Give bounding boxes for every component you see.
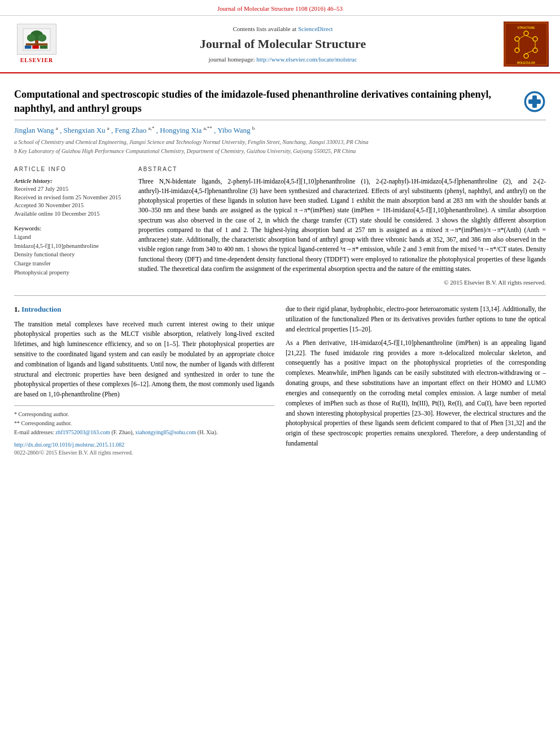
email-zhao-name: (F. Zhao),	[112, 429, 135, 435]
author-separator3: , Hongying Xia	[156, 126, 204, 134]
keyword-3: Density functional theory	[14, 251, 127, 259]
affiliation-b: b Key Laboratory of Guizhou High Perform…	[14, 147, 546, 155]
svg-rect-27	[528, 99, 541, 104]
abstract-header: ABSTRACT	[138, 165, 546, 173]
email-zhao[interactable]: zhf19752003@163.com	[55, 429, 110, 435]
revised-date: Received in revised form 25 November 201…	[14, 194, 127, 202]
crossmark-badge	[523, 90, 546, 113]
abstract-text: Three N,N-bidentate ligands, 2-phenyl-1H…	[138, 177, 546, 274]
journal-homepage-line: journal homepage: http://www.elsevier.co…	[68, 55, 498, 64]
footnote-corresponding1: * Corresponding author.	[14, 410, 274, 418]
author-feng-sup: a,*	[148, 125, 155, 131]
svg-text:MOLECULAR: MOLECULAR	[517, 61, 535, 64]
section-title-text: Introduction	[21, 305, 62, 313]
keyword-4: Charge transfer	[14, 260, 127, 268]
sciencedirect-link[interactable]: ScienceDirect	[298, 25, 333, 32]
intro-paragraph-3: As a Phen derivative, 1H-imidazo[4,5-f][…	[286, 338, 546, 449]
author-separator4: , Yibo Wang	[214, 126, 252, 134]
keyword-5: Photophysical property	[14, 269, 127, 277]
authors-section: Jinglan Wang a , Shengxian Xu a , Feng Z…	[14, 120, 546, 159]
authors-list: Jinglan Wang a , Shengxian Xu a , Feng Z…	[14, 125, 546, 136]
svg-rect-5	[26, 43, 47, 46]
intro-section-title: 1. Introduction	[14, 304, 274, 314]
svg-rect-6	[25, 45, 32, 49]
footnote-corresponding2: ** Corresponding author.	[14, 420, 274, 427]
journal-title: Journal of Molecular Structure	[68, 36, 498, 53]
journal-cover-image: MOLECULAR STRUCTURE	[504, 21, 549, 67]
svg-point-2	[27, 34, 36, 41]
article-title: Computational and spectroscopic studies …	[14, 88, 523, 115]
intro-right-col: due to their rigid planar, hydrophobic, …	[286, 304, 546, 457]
journal-reference-bar: Journal of Molecular Structure 1108 (201…	[0, 0, 560, 16]
author-separator1: , Shengxian Xu	[60, 126, 107, 134]
svg-rect-7	[32, 45, 39, 49]
received-date: Received 27 July 2015	[14, 185, 127, 194]
intro-paragraph-1: The transition metal complexes have rece…	[14, 320, 274, 400]
elsevier-label: ELSEVIER	[20, 56, 54, 64]
author-jinglan-sup: a	[56, 125, 58, 131]
keywords-label: Keywords:	[14, 224, 127, 233]
abstract-column: ABSTRACT Three N,N-bidentate ligands, 2-…	[138, 165, 546, 287]
header-center: Contents lists available at ScienceDirec…	[62, 25, 504, 64]
affiliation-a: a School of Chemistry and Chemical Engin…	[14, 138, 546, 146]
page: Journal of Molecular Structure 1108 (201…	[0, 0, 560, 747]
author-separator2: , Feng Zhao	[111, 126, 148, 134]
issn-block: 0022-2860/© 2015 Elsevier B.V. All right…	[14, 449, 274, 457]
keyword-1: Ligand	[14, 233, 127, 242]
article-info-header: ARTICLE INFO	[14, 165, 127, 173]
sciencedirect-line: Contents lists available at ScienceDirec…	[68, 25, 498, 33]
accepted-date: Accepted 30 November 2015	[14, 202, 127, 210]
svg-rect-8	[40, 45, 47, 49]
author-yibo-sup: b	[252, 125, 255, 131]
history-label: Article history:	[14, 177, 127, 185]
svg-text:STRUCTURE: STRUCTURE	[518, 26, 535, 29]
contents-available-text: Contents lists available at	[233, 25, 296, 32]
copyright-text: © 2015 Elsevier B.V. All rights reserved…	[138, 278, 546, 287]
article-info-block: Article history: Received 27 July 2015 R…	[14, 177, 127, 219]
footnotes-block: * Corresponding author. ** Corresponding…	[14, 405, 274, 436]
email-xia-name: (H. Xia).	[198, 429, 218, 435]
content-area: Computational and spectroscopic studies …	[0, 73, 560, 465]
keyword-2: Imidazo[4,5-f][1,10]phenanthroline	[14, 242, 127, 251]
keywords-block: Keywords: Ligand Imidazo[4,5-f][1,10]phe…	[14, 224, 127, 277]
intro-left-col: 1. Introduction The transition metal com…	[14, 304, 274, 457]
homepage-url[interactable]: http://www.elsevier.com/locate/molstruc	[256, 56, 357, 63]
author-shengxian-sup: a	[107, 125, 110, 131]
author-jinglan: Jinglan Wang	[14, 126, 56, 134]
section-number: 1.	[14, 305, 20, 313]
section-divider	[14, 295, 546, 296]
affiliations-block: a School of Chemistry and Chemical Engin…	[14, 138, 546, 155]
svg-point-3	[38, 34, 46, 41]
footnote-email: E-mail addresses: zhf19752003@163.com (F…	[14, 429, 274, 436]
author-hongying-sup: a,**	[204, 125, 212, 131]
intro-paragraph-2: due to their rigid planar, hydrophobic, …	[286, 304, 546, 334]
article-info-column: ARTICLE INFO Article history: Received 2…	[14, 165, 127, 287]
elsevier-logo-block: ELSEVIER	[11, 24, 62, 64]
available-date: Available online 10 December 2015	[14, 210, 127, 219]
journal-reference-text: Journal of Molecular Structure 1108 (201…	[217, 5, 343, 12]
article-title-section: Computational and spectroscopic studies …	[14, 82, 546, 120]
elsevier-tree-logo	[17, 24, 56, 55]
introduction-section: 1. Introduction The transition metal com…	[14, 304, 546, 457]
doi-url[interactable]: http://dx.doi.org/10.1016/j.molstruc.201…	[14, 442, 124, 448]
email-xia[interactable]: xiahongying85@sohu.com	[135, 429, 196, 435]
doi-link-block: http://dx.doi.org/10.1016/j.molstruc.201…	[14, 441, 274, 449]
homepage-label: journal homepage:	[208, 56, 255, 63]
email-label: E-mail addresses:	[14, 429, 55, 435]
journal-header: ELSEVIER Contents lists available at Sci…	[0, 16, 560, 73]
article-info-abstract-cols: ARTICLE INFO Article history: Received 2…	[14, 165, 546, 287]
